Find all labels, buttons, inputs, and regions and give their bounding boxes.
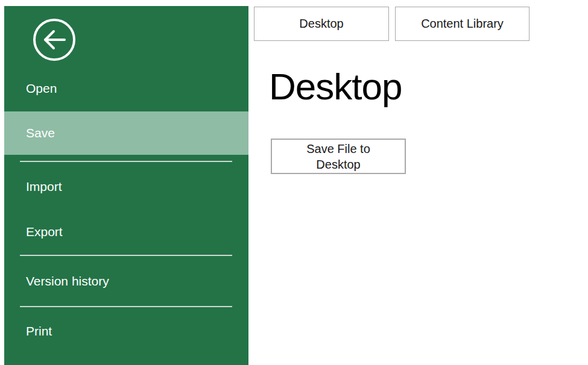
sidebar-item-print[interactable]: Print xyxy=(4,319,248,343)
sidebar: Open Save Import Export Version history … xyxy=(4,6,248,365)
save-file-button-label: Save File to Desktop xyxy=(293,141,384,172)
sidebar-divider xyxy=(20,306,232,307)
sidebar-divider xyxy=(20,255,232,256)
sidebar-item-version-history[interactable]: Version history xyxy=(4,269,248,293)
back-button[interactable] xyxy=(31,17,77,63)
backstage-view: Open Save Import Export Version history … xyxy=(0,0,588,365)
save-file-to-desktop-button[interactable]: Save File to Desktop xyxy=(271,139,406,174)
sidebar-item-import[interactable]: Import xyxy=(4,175,248,199)
sidebar-item-open[interactable]: Open xyxy=(4,76,248,101)
back-arrow-icon xyxy=(31,17,77,63)
sidebar-item-export[interactable]: Export xyxy=(4,220,248,244)
tab-content-library[interactable]: Content Library xyxy=(395,7,530,41)
sidebar-divider xyxy=(20,161,232,162)
tab-desktop[interactable]: Desktop xyxy=(254,7,389,41)
sidebar-item-save[interactable]: Save xyxy=(4,111,248,155)
page-title: Desktop xyxy=(269,65,402,108)
